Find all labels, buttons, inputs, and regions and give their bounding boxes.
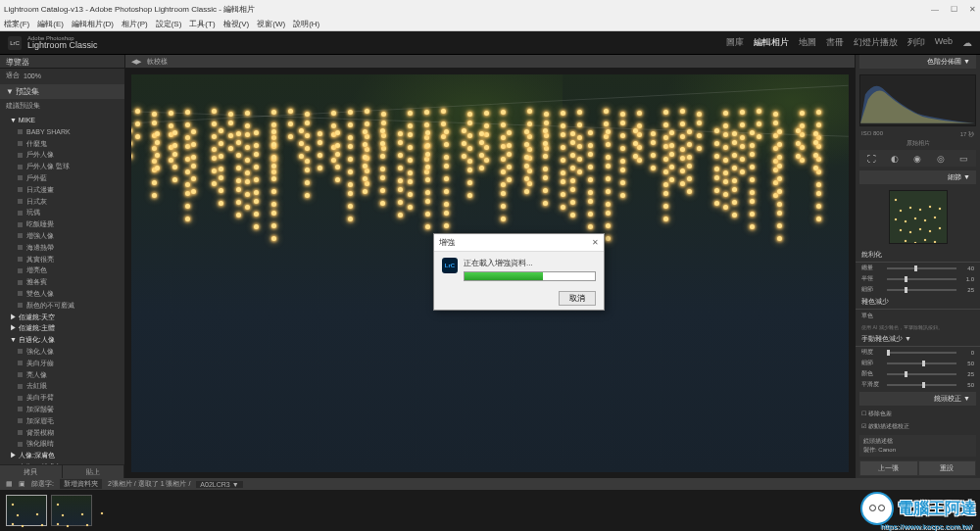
menu-settings[interactable]: 設定(S) [156, 19, 182, 29]
nr-color-slider[interactable]: 顏色25 [856, 368, 980, 379]
presets-suggested[interactable]: 建議預設集 [0, 99, 124, 113]
preset-item[interactable]: 海邊熱帶 [0, 242, 124, 254]
menu-photo[interactable]: 相片(P) [122, 19, 148, 29]
preset-item[interactable]: 去紅眼 [0, 380, 124, 392]
tab-develop[interactable]: 編輯相片 [754, 36, 789, 49]
preset-item[interactable]: 什麼鬼 [0, 138, 124, 150]
grid-icon[interactable]: ▦ [6, 480, 13, 488]
sharpen-detail-slider[interactable]: 細節25 [856, 284, 980, 295]
light-bulb-icon [663, 157, 668, 162]
crop-tool-icon[interactable]: ⛶ [867, 154, 876, 164]
preset-item[interactable]: ▶ 佰濾鏡:天空 [0, 312, 124, 323]
lens-correction-header[interactable]: 鏡頭校正 ▼ [859, 392, 976, 406]
preset-item[interactable]: 戶外人像 監球 [0, 161, 124, 172]
navigator-header[interactable]: 導覽器 [0, 55, 124, 69]
preset-item[interactable]: 顏色的不可磨滅 [0, 300, 124, 312]
preset-item[interactable]: 吃飯睡覺 [0, 218, 124, 230]
tab-book[interactable]: 書冊 [826, 36, 844, 49]
light-bulb-icon [570, 131, 575, 136]
cancel-button[interactable]: 取消 [559, 291, 596, 306]
manual-nr-header[interactable]: 手動雜色減少 ▼ [856, 332, 980, 347]
detail-section-header[interactable]: 細節 ▼ [859, 170, 976, 184]
tab-web[interactable]: Web [935, 36, 953, 49]
lens-opt-1[interactable]: ☐ 移除色差 [856, 408, 980, 420]
preset-item[interactable]: 雅各賓 [0, 276, 124, 288]
zoom-fit[interactable]: 適合 [6, 71, 20, 80]
detail-preview[interactable] [889, 190, 948, 244]
preset-item[interactable]: 日式灰 [0, 196, 124, 208]
preset-item[interactable]: 美白手臂 [0, 392, 124, 404]
copy-button[interactable]: 拷貝 [0, 465, 63, 478]
paste-button[interactable]: 貼上 [63, 465, 125, 478]
preset-item[interactable]: 亮人像 [0, 369, 124, 381]
filmstrip-bar: ▦ ▣ 篩選字: 新增資料夾 2張相片 / 選取了 1 張相片 / A02LCR… [0, 478, 980, 490]
mask-tool-icon[interactable]: ◉ [913, 154, 921, 164]
preset-item[interactable]: 背景模糊 [0, 427, 124, 439]
menu-tools[interactable]: 工具(T) [189, 19, 215, 29]
light-bulb-icon [444, 223, 449, 228]
zoom-100[interactable]: 100% [24, 72, 41, 79]
cloud-sync-icon[interactable]: ☁ [962, 37, 972, 48]
preset-item[interactable]: ▶ 佰濾鏡:主體 [0, 322, 124, 334]
preset-item[interactable]: 增強人像 [0, 230, 124, 242]
preset-item[interactable]: 其實很亮 [0, 254, 124, 266]
menu-window[interactable]: 視窗(W) [257, 19, 285, 29]
preset-item[interactable]: 美白牙齒 [0, 358, 124, 369]
tab-library[interactable]: 圖庫 [726, 36, 744, 49]
nr-luminance-slider[interactable]: 明度0 [856, 347, 980, 358]
light-bulb-icon [714, 167, 719, 171]
sharpen-radius-slider[interactable]: 半徑1.0 [856, 273, 980, 284]
preset-item[interactable]: 日式漫畫 [0, 184, 124, 196]
preset-item[interactable]: 強化眼睛 [0, 438, 124, 450]
histogram[interactable] [859, 74, 976, 126]
menu-help[interactable]: 說明(H) [293, 19, 319, 29]
folder-chip[interactable]: 新增資料夾 [60, 479, 102, 489]
preset-item[interactable]: ▼ MIKE [0, 115, 124, 126]
histogram-header[interactable]: 色階分佈圖 ▼ [859, 55, 976, 69]
nav-arrows[interactable]: ◀▶ [131, 58, 141, 66]
preset-item[interactable]: 強化人像 [0, 346, 124, 358]
prev-button[interactable]: 上一張 [859, 460, 918, 476]
preset-item[interactable]: 加深鬚鬢 [0, 404, 124, 415]
light-bulb-icon [299, 141, 304, 146]
lens-opt-2[interactable]: ☑ 啟動描述檔校正 [856, 420, 980, 433]
close-icon[interactable]: ✕ [969, 5, 976, 14]
dialog-close-icon[interactable]: ✕ [592, 238, 599, 247]
preset-item[interactable]: ▶ 人像:深膚色 [0, 450, 124, 461]
light-bulb-icon [185, 157, 190, 162]
nr-smooth-slider[interactable]: 平滑度50 [856, 379, 980, 390]
nr-detail-slider[interactable]: 細節50 [856, 358, 980, 368]
gradient-tool-icon[interactable]: ▭ [959, 154, 968, 164]
preset-item[interactable]: 增亮色 [0, 265, 124, 276]
preset-item[interactable]: 戶外藍 [0, 172, 124, 184]
light-bulb-icon [620, 159, 625, 164]
minimize-icon[interactable]: — [931, 5, 939, 14]
menu-file[interactable]: 檔案(F) [4, 19, 29, 29]
presets-header[interactable]: ▼ 預設集 [0, 84, 124, 99]
heal-tool-icon[interactable]: ◐ [891, 154, 899, 164]
thumbnail-1[interactable] [6, 495, 47, 526]
preset-item[interactable]: 玩偶 [0, 207, 124, 218]
tab-map[interactable]: 地圖 [799, 36, 816, 49]
thumbnail-2[interactable] [51, 495, 92, 526]
preset-item[interactable]: 戶外人像 [0, 149, 124, 161]
redeye-tool-icon[interactable]: ◎ [937, 154, 945, 164]
second-display-icon[interactable]: ▣ [19, 480, 25, 488]
menu-develop[interactable]: 編輯相片(D) [72, 19, 114, 29]
preset-item[interactable]: 雙色人像 [0, 288, 124, 300]
soft-proof-toggle[interactable]: 軟校樣 [147, 57, 168, 67]
menu-edit[interactable]: 編輯(E) [37, 19, 64, 29]
light-bulb-icon [365, 169, 369, 173]
light-bulb-icon [254, 177, 259, 182]
maximize-icon[interactable]: ☐ [951, 5, 957, 14]
preset-item[interactable]: ▼ 自適化:人像 [0, 334, 124, 346]
reset-button[interactable]: 重設 [918, 460, 977, 476]
preset-item[interactable]: 加深眉毛 [0, 415, 124, 427]
preset-item[interactable]: BABY SHARK [0, 126, 124, 138]
tab-print[interactable]: 列印 [907, 36, 925, 49]
sharpen-amount-slider[interactable]: 總量40 [856, 263, 980, 273]
file-chip[interactable]: A02LCR3 ▼ [196, 481, 242, 488]
tab-slideshow[interactable]: 幻燈片播放 [854, 36, 898, 49]
light-bulb-icon [348, 144, 353, 149]
menu-view[interactable]: 檢視(V) [223, 19, 250, 29]
